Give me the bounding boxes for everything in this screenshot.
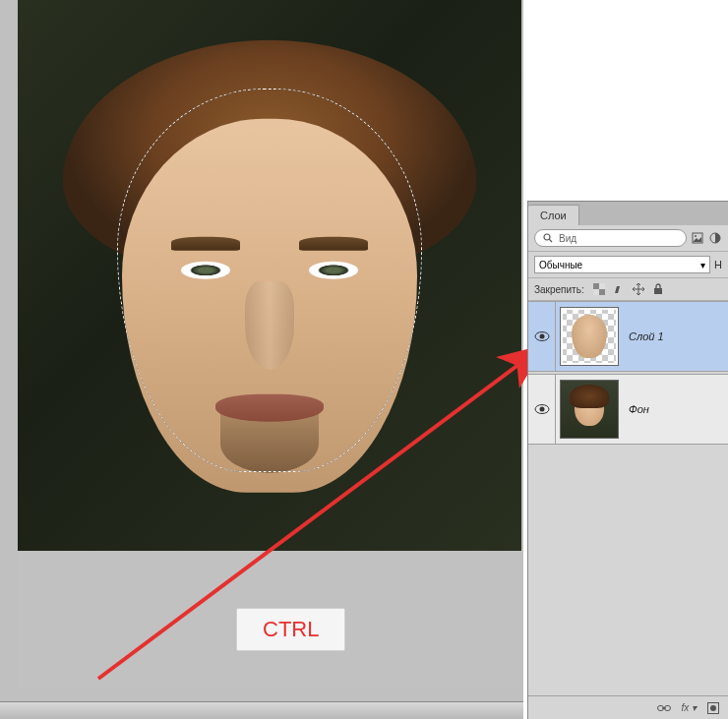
lock-pixels-icon[interactable] xyxy=(612,282,626,296)
layer-name[interactable]: Слой 1 xyxy=(629,330,664,342)
thumb-person xyxy=(561,381,618,438)
layer-thumbnail[interactable] xyxy=(560,380,619,439)
lock-all-icon[interactable] xyxy=(651,282,665,296)
layer-filter-dropdown[interactable]: Вид xyxy=(534,229,687,247)
svg-rect-6 xyxy=(593,283,599,289)
svg-point-12 xyxy=(539,334,544,339)
layer-item-background[interactable]: Фон xyxy=(528,374,728,445)
opacity-label-truncated: Н xyxy=(714,259,722,270)
tab-layers[interactable]: Слои xyxy=(528,205,579,225)
svg-line-2 xyxy=(549,239,552,242)
layer-name[interactable]: Фон xyxy=(629,403,649,415)
svg-point-19 xyxy=(710,705,716,711)
lock-row: Закрепить: xyxy=(528,278,728,301)
layer-visibility-toggle[interactable] xyxy=(528,302,556,371)
document-canvas[interactable] xyxy=(18,0,521,551)
layers-panel-footer: fx ▾ xyxy=(528,695,728,719)
layer-item-1[interactable]: Слой 1 xyxy=(528,301,728,372)
svg-rect-8 xyxy=(599,283,605,289)
svg-point-4 xyxy=(695,235,697,237)
adjustment-filter-icon[interactable] xyxy=(708,231,722,245)
thumb-face xyxy=(572,315,607,358)
link-layers-icon[interactable] xyxy=(657,701,671,715)
layer-filter-row: Вид xyxy=(528,225,728,252)
lock-label: Закрепить: xyxy=(534,284,584,295)
layer-thumbnail[interactable] xyxy=(560,307,619,366)
chevron-down-icon: ▾ xyxy=(700,260,705,270)
ctrl-label: CTRL xyxy=(263,617,319,641)
svg-rect-9 xyxy=(593,289,599,295)
layer-visibility-toggle[interactable] xyxy=(528,375,556,444)
lock-transparency-icon[interactable] xyxy=(592,282,606,296)
search-icon xyxy=(541,231,555,245)
ctrl-key-annotation: CTRL xyxy=(236,608,345,651)
layers-list: Слой 1 Фон xyxy=(528,301,728,445)
mask-icon[interactable] xyxy=(706,701,720,715)
blend-mode-select[interactable]: Обычные ▾ xyxy=(534,256,710,273)
status-bar xyxy=(0,701,523,719)
lock-icons xyxy=(592,282,665,296)
svg-point-14 xyxy=(539,407,544,412)
layers-panel: Слои Вид Обычные ▾ Н Закрепить: xyxy=(527,201,728,719)
lock-position-icon[interactable] xyxy=(632,282,645,296)
svg-point-1 xyxy=(544,234,550,240)
panel-tab-bar: Слои xyxy=(528,202,728,225)
svg-rect-7 xyxy=(599,289,605,295)
fx-button[interactable]: fx ▾ xyxy=(681,702,697,713)
svg-rect-10 xyxy=(654,288,662,294)
marching-ants-selection xyxy=(117,89,422,472)
image-filter-icon[interactable] xyxy=(691,231,704,245)
blend-mode-row: Обычные ▾ Н xyxy=(528,252,728,278)
